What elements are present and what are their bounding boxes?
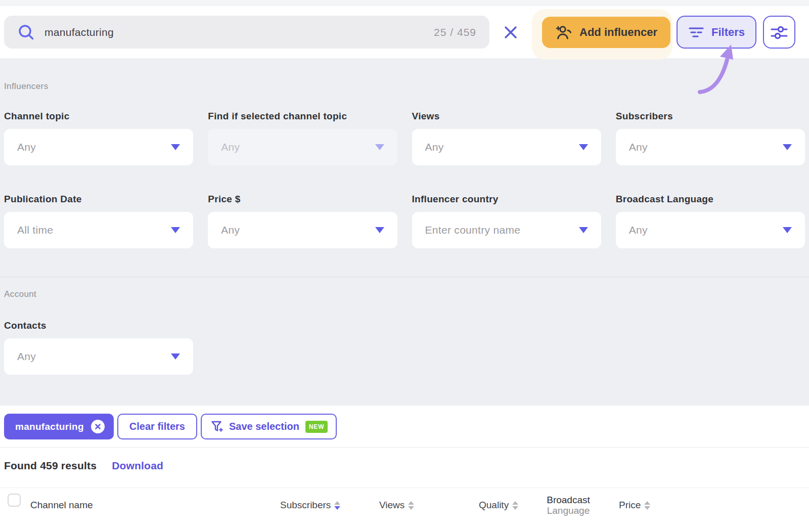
panel-divider — [0, 277, 809, 277]
field-label: Channel topic — [4, 111, 193, 122]
funnel-plus-icon — [211, 420, 223, 433]
filters-button[interactable]: Filters — [677, 16, 756, 49]
channel-topic-dropdown[interactable]: Any — [4, 129, 193, 165]
filter-chip-manufacturing[interactable]: manufacturing — [4, 414, 114, 439]
column-subscribers[interactable]: Subscribers — [280, 500, 340, 511]
filters-label: Filters — [711, 26, 745, 39]
add-influencer-label: Add influencer — [579, 26, 657, 39]
influencer-fields-grid: Channel topic Any Find if selected chann… — [4, 111, 805, 248]
filter-field-price: Price $ Any — [208, 194, 397, 248]
select-all-checkbox[interactable] — [8, 494, 21, 507]
dropdown-value: Any — [221, 141, 240, 153]
remove-chip-icon[interactable] — [91, 420, 105, 433]
field-label: Subscribers — [616, 111, 805, 122]
field-label: Views — [412, 111, 601, 122]
section-label-account: Account — [4, 289, 805, 299]
save-selection-label: Save selection — [229, 421, 299, 432]
sort-icon[interactable] — [644, 501, 650, 510]
add-influencer-button[interactable]: Add influencer — [542, 17, 670, 48]
search-icon — [17, 23, 35, 41]
chevron-down-icon — [375, 144, 384, 150]
publication-date-dropdown[interactable]: All time — [4, 212, 193, 248]
search-value[interactable]: manufacturing — [44, 26, 434, 38]
sort-icon[interactable] — [334, 501, 340, 510]
filter-field-contacts: Contacts Any — [4, 320, 193, 375]
sort-icon[interactable] — [408, 501, 414, 510]
filter-field-views: Views Any — [412, 111, 601, 165]
results-row: Found 459 results Download — [0, 448, 809, 487]
download-link[interactable]: Download — [112, 460, 163, 472]
search-settings-button[interactable] — [763, 16, 795, 49]
search-input[interactable]: manufacturing 25 / 459 — [4, 16, 489, 49]
chevron-down-icon — [171, 353, 180, 360]
views-dropdown[interactable]: Any — [412, 129, 601, 165]
filter-field-broadcast-language: Broadcast Language Any — [616, 194, 805, 248]
section-label-influencers: Influencers — [4, 81, 805, 92]
field-label: Influencer country — [412, 194, 601, 205]
filter-field-subscribers: Subscribers Any — [616, 111, 805, 165]
dropdown-placeholder: Enter country name — [425, 224, 521, 236]
field-label: Price $ — [208, 194, 397, 205]
add-person-icon — [555, 25, 572, 40]
find-selected-topic-dropdown: Any — [208, 129, 397, 165]
chevron-down-icon — [783, 144, 792, 150]
column-channel-name: Channel name — [30, 500, 93, 511]
dropdown-value: Any — [629, 224, 648, 236]
chevron-down-icon — [375, 227, 384, 233]
chevron-down-icon — [783, 227, 792, 233]
filter-field-publication-date: Publication Date All time — [4, 194, 193, 248]
save-selection-button[interactable]: Save selection NEW — [201, 414, 337, 439]
chip-label: manufacturing — [15, 421, 84, 432]
dropdown-value: All time — [17, 224, 53, 236]
field-label: Publication Date — [4, 194, 193, 205]
filters-panel: Influencers Channel topic Any Find if se… — [0, 58, 809, 406]
dropdown-value: Any — [17, 350, 36, 363]
dropdown-value: Any — [629, 141, 648, 153]
column-price[interactable]: Price — [619, 500, 650, 511]
field-label: Find if selected channel topic — [208, 111, 397, 122]
dropdown-value: Any — [425, 141, 444, 153]
clear-filters-button[interactable]: Clear filters — [117, 414, 197, 439]
chevron-down-icon — [171, 144, 180, 150]
filter-field-find-topic: Find if selected channel topic Any — [208, 111, 397, 165]
search-result-count: 25 / 459 — [434, 26, 476, 38]
influencer-country-input[interactable]: Enter country name — [412, 212, 601, 248]
sliders-icon — [770, 24, 788, 41]
field-label: Contacts — [4, 320, 193, 331]
filter-field-channel-topic: Channel topic Any — [4, 111, 193, 165]
top-strip — [0, 0, 809, 6]
chevron-down-icon — [171, 227, 180, 233]
sort-icon[interactable] — [512, 501, 518, 510]
column-broadcast-language: Broadcast Language — [545, 495, 592, 516]
new-badge: NEW — [305, 421, 328, 433]
account-fields-grid: Contacts Any — [4, 320, 805, 375]
active-filters-bar: manufacturing Clear filters Save selecti… — [0, 406, 809, 447]
contacts-dropdown[interactable]: Any — [4, 338, 193, 375]
subscribers-dropdown[interactable]: Any — [616, 129, 805, 165]
chevron-down-icon — [579, 144, 588, 150]
clear-search-icon[interactable] — [500, 21, 522, 43]
price-dropdown[interactable]: Any — [208, 212, 397, 248]
column-views[interactable]: Views — [379, 500, 414, 511]
field-label: Broadcast Language — [616, 194, 805, 205]
results-count: Found 459 results — [4, 460, 97, 472]
header-row: manufacturing 25 / 459 Add influencer — [0, 6, 809, 58]
column-quality[interactable]: Quality — [479, 500, 518, 511]
broadcast-language-dropdown[interactable]: Any — [616, 212, 805, 248]
dropdown-value: Any — [17, 141, 36, 153]
filter-field-influencer-country: Influencer country Enter country name — [412, 194, 601, 248]
dropdown-value: Any — [221, 224, 240, 236]
filter-lines-icon — [688, 26, 704, 39]
results-table-header: Channel name Subscribers Views Quality B… — [0, 487, 809, 532]
chevron-down-icon — [579, 227, 588, 233]
